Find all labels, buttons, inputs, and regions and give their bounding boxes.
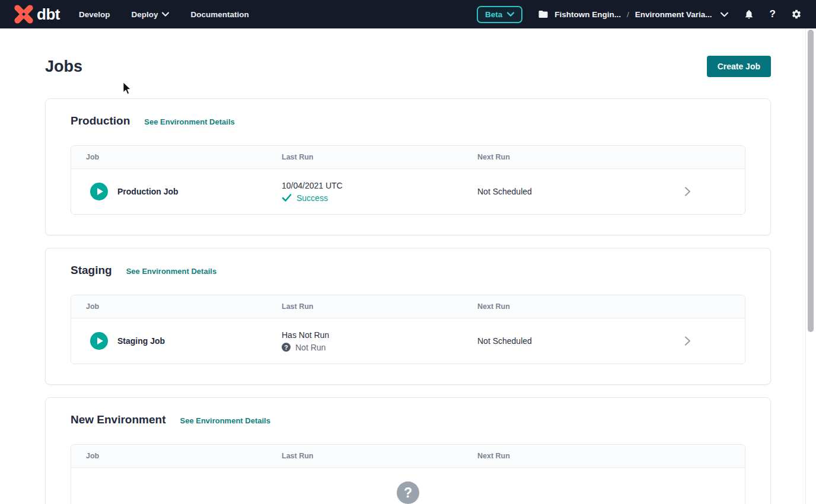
environment-name: New Environment [71,413,165,426]
see-environment-details-link[interactable]: See Environment Details [144,117,234,126]
project-breadcrumb[interactable]: Fishtown Engin... / Environment Varia... [538,9,728,20]
settings-gear-icon[interactable] [791,9,802,20]
page-scrollbar-track[interactable] [805,28,816,504]
jobs-page: Jobs Create Job Production See Environme… [0,56,816,504]
next-run-value: Not Scheduled [477,187,683,196]
next-run-value: Not Scheduled [477,336,683,346]
nav-documentation-label: Documentation [190,10,248,19]
see-environment-details-link[interactable]: See Environment Details [180,416,270,425]
nav-deploy[interactable]: Deploy [131,10,169,19]
run-job-play-button[interactable] [90,183,108,200]
primary-nav: Develop Deploy Documentation [79,10,249,19]
nav-deploy-label: Deploy [131,10,158,19]
chevron-down-icon[interactable] [721,12,728,17]
jobs-table: Job Last Run Next Run Staging Job Has No… [71,295,745,364]
environment-crumb[interactable]: Environment Varia... [635,10,712,19]
nav-develop[interactable]: Develop [79,10,110,19]
breadcrumb-separator: / [627,10,629,19]
job-row-production[interactable]: Production Job 10/04/2021 UTC Success No… [71,169,745,214]
nav-develop-label: Develop [79,10,110,19]
environment-name: Staging [71,264,112,277]
dbt-logo[interactable]: dbt [14,5,60,24]
jobs-table: Job Last Run Next Run ? [71,444,745,504]
chevron-down-icon [162,12,169,17]
empty-jobs-area: ? [71,468,745,504]
job-name[interactable]: Production Job [117,187,179,196]
environment-name: Production [71,114,130,127]
dbt-logo-text: dbt [37,7,60,22]
play-icon [97,337,103,344]
dbt-logo-icon [14,5,33,24]
beta-dropdown-button[interactable]: Beta [477,6,522,23]
chevron-right-icon[interactable] [683,336,691,346]
column-header-next-run: Next Run [477,452,683,460]
jobs-table: Job Last Run Next Run Production Job 10/… [71,145,745,215]
page-scrollbar-thumb[interactable] [808,30,814,332]
play-icon [97,188,103,195]
chevron-right-icon[interactable] [683,186,691,197]
nav-documentation[interactable]: Documentation [190,10,248,19]
folder-icon [538,9,549,20]
page-title: Jobs [45,58,82,76]
column-header-last-run: Last Run [282,153,477,161]
see-environment-details-link[interactable]: See Environment Details [126,267,216,276]
topbar-right-group: Beta Fishtown Engin... / Environment Var… [477,6,802,23]
project-name[interactable]: Fishtown Engin... [554,10,621,19]
notifications-bell-icon[interactable] [744,9,754,20]
last-run-date: Has Not Run [282,330,477,340]
column-header-job: Job [71,452,282,460]
beta-label: Beta [485,10,502,19]
status-badge: Success [297,193,328,203]
create-job-button[interactable]: Create Job [707,56,771,77]
environment-card-staging: Staging See Environment Details Job Last… [45,248,771,385]
top-navigation-bar: dbt Develop Deploy Documentation Beta Fi… [0,0,816,28]
chevron-down-icon [507,12,514,17]
success-check-icon [282,193,292,202]
environment-card-new-environment: New Environment See Environment Details … [45,397,771,504]
environment-card-production: Production See Environment Details Job L… [45,98,771,235]
not-run-question-icon: ? [282,343,291,352]
column-header-last-run: Last Run [282,302,477,311]
help-icon[interactable]: ? [770,8,776,20]
job-name[interactable]: Staging Job [117,336,165,346]
column-header-next-run: Next Run [477,153,683,161]
run-job-play-button[interactable] [90,332,108,350]
column-header-job: Job [71,302,282,311]
job-row-staging[interactable]: Staging Job Has Not Run ? Not Run Not Sc… [71,318,745,363]
last-run-date: 10/04/2021 UTC [282,181,477,190]
empty-state-question-icon: ? [397,481,419,504]
column-header-job: Job [71,153,282,161]
column-header-next-run: Next Run [477,302,683,311]
status-badge: Not Run [295,343,326,352]
column-header-last-run: Last Run [282,452,477,460]
